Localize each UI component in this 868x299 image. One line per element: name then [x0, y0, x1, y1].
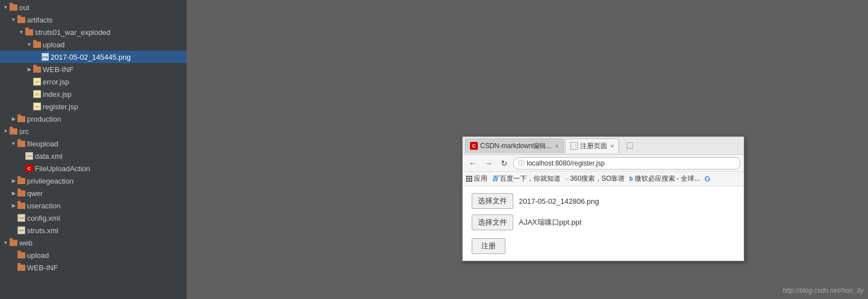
- tree-item-production[interactable]: production: [0, 113, 187, 125]
- folder-icon-struts01: [25, 28, 34, 37]
- apps-icon: [466, 176, 472, 182]
- reload-button[interactable]: ↻: [498, 157, 511, 170]
- arrow-qwer: [10, 190, 17, 197]
- label-qwer: qwer: [27, 189, 43, 198]
- tree-item-struts01[interactable]: struts01_war_exploded: [0, 26, 187, 38]
- folder-icon-privilegeaction: [17, 176, 26, 185]
- label-upload2: upload: [27, 251, 49, 260]
- browser-bookmarks: 应用 百 百度一下，你就知道 ○ 360搜索，SO靠谱 b 微软必应搜索 - 全…: [463, 172, 744, 186]
- tree-item-fileuploadaction[interactable]: C FileUploadAction: [0, 162, 187, 175]
- tree-item-useraction[interactable]: useraction: [0, 199, 187, 212]
- bookmark-baidu-label: 百度一下，你就知道: [500, 174, 560, 184]
- java-icon-fileupload: C: [25, 164, 34, 173]
- tree-item-out[interactable]: out: [0, 1, 187, 14]
- folder-icon-out: [9, 3, 18, 12]
- bookmark-360[interactable]: ○ 360搜索，SO靠谱: [565, 174, 625, 184]
- folder-icon-web: [9, 238, 18, 247]
- csdn-favicon: C: [470, 142, 478, 150]
- tree-item-struts-xml[interactable]: xml struts.xml: [0, 224, 187, 236]
- tree-item-error-jsp[interactable]: jsp error.jsp: [0, 75, 187, 88]
- xml-icon-config: xml: [17, 213, 26, 222]
- tree-item-src[interactable]: src: [0, 125, 187, 137]
- tree-item-webinf2[interactable]: WEB-INF: [0, 261, 187, 274]
- bookmark-baidu[interactable]: 百 百度一下，你就知道: [492, 174, 560, 184]
- browser-titlebar: C CSDN-markdown编辑... × 📄 注册页面 × □: [463, 137, 744, 155]
- label-useraction: useraction: [27, 202, 61, 210]
- file-tree: out artifacts struts01_war_exploded uplo…: [0, 0, 187, 299]
- tab-register-close[interactable]: ×: [611, 142, 614, 149]
- bookmark-apps[interactable]: 应用: [466, 174, 487, 184]
- folder-icon-upload: [33, 40, 42, 49]
- tab-csdn-close[interactable]: ×: [555, 142, 558, 149]
- tree-item-upload[interactable]: upload: [0, 38, 187, 51]
- label-webinf: WEB-INF: [43, 65, 74, 74]
- bookmark-google[interactable]: G: [704, 175, 710, 183]
- label-artifacts: artifacts: [27, 16, 53, 24]
- tree-item-artifacts[interactable]: artifacts: [0, 14, 187, 26]
- arrow-webinf: [26, 66, 33, 73]
- label-register-jsp: register.jsp: [43, 102, 78, 111]
- tree-item-data-xml[interactable]: xml data.xml: [0, 150, 187, 162]
- label-fileuploadaction: FileUploadAction: [35, 164, 90, 173]
- label-struts01: struts01_war_exploded: [35, 28, 110, 37]
- folder-icon-production: [17, 114, 26, 123]
- browser-navbar: ← → ↻ ⓘ localhost:8080/register.jsp: [463, 155, 744, 172]
- main-area: C CSDN-markdown编辑... × 📄 注册页面 × □ ← → ↻ …: [187, 0, 868, 299]
- arrow-struts01: [18, 29, 25, 35]
- forward-button[interactable]: →: [482, 157, 495, 170]
- tab-register[interactable]: 📄 注册页面 ×: [565, 139, 619, 153]
- label-web: web: [19, 239, 33, 247]
- folder-icon-webinf2: [17, 263, 26, 272]
- new-tab-button[interactable]: □: [622, 139, 637, 153]
- back-button[interactable]: ←: [466, 157, 480, 170]
- arrow-fileupload: [10, 140, 17, 147]
- tree-item-register-jsp[interactable]: jsp register.jsp: [0, 100, 187, 113]
- baidu-icon: 百: [492, 175, 498, 183]
- arrow-privilegeaction: [10, 177, 17, 184]
- browser-window: C CSDN-markdown编辑... × 📄 注册页面 × □ ← → ↻ …: [462, 136, 744, 261]
- arrow-out: [2, 4, 9, 11]
- choose-file-btn-1[interactable]: 选择文件: [472, 193, 513, 209]
- label-fileupload: fileupload: [27, 140, 58, 148]
- label-production: production: [27, 115, 61, 123]
- choose-file-btn-2[interactable]: 选择文件: [472, 215, 513, 230]
- tree-item-qwer[interactable]: qwer: [0, 187, 187, 199]
- arrow-src: [2, 128, 9, 135]
- tab-csdn[interactable]: C CSDN-markdown编辑... ×: [465, 139, 564, 153]
- folder-icon-upload2: [17, 251, 26, 260]
- label-index-jsp: index.jsp: [43, 90, 71, 99]
- xml-icon-data: xml: [25, 151, 34, 160]
- label-data-xml: data.xml: [35, 152, 62, 160]
- bookmark-apps-label: 应用: [474, 174, 487, 184]
- arrow-artifacts: [10, 16, 17, 23]
- folder-icon-webinf: [33, 65, 42, 74]
- tab-register-label: 注册页面: [580, 141, 607, 151]
- tab-csdn-label: CSDN-markdown编辑...: [480, 141, 551, 151]
- label-config-xml: config.xml: [27, 214, 60, 222]
- label-struts-xml: struts.xml: [27, 226, 58, 235]
- tree-item-index-jsp[interactable]: jsp index.jsp: [0, 88, 187, 100]
- tree-item-privilegeaction[interactable]: privilegeaction: [0, 175, 187, 187]
- register-favicon: 📄: [570, 142, 578, 150]
- google-icon: G: [704, 175, 710, 183]
- folder-icon-src: [9, 127, 18, 136]
- lock-icon: ⓘ: [518, 159, 525, 167]
- arrow-useraction: [10, 202, 17, 209]
- folder-icon-artifacts: [17, 15, 26, 24]
- label-error-jsp: error.jsp: [43, 78, 69, 86]
- tree-item-webinf[interactable]: WEB-INF: [0, 63, 187, 75]
- arrow-upload: [26, 41, 33, 48]
- form-row-1: 选择文件 2017-05-02_142806.png: [472, 193, 735, 209]
- 360-icon: ○: [565, 176, 568, 182]
- address-bar[interactable]: ⓘ localhost:8080/register.jsp: [513, 157, 740, 169]
- arrow-production: [10, 115, 17, 122]
- submit-button[interactable]: 注册: [472, 238, 505, 254]
- tree-item-web[interactable]: web: [0, 236, 187, 249]
- tree-item-fileupload[interactable]: fileupload: [0, 137, 187, 150]
- bookmark-microsoft[interactable]: b 微软必应搜索 - 全球...: [629, 174, 700, 184]
- watermark: http://blog.csdn.net/hon_3y: [783, 287, 864, 294]
- bookmark-360-label: 360搜索，SO靠谱: [570, 174, 625, 184]
- tree-item-png[interactable]: png 2017-05-02_145445.png: [0, 51, 187, 63]
- tree-item-upload2[interactable]: upload: [0, 249, 187, 261]
- tree-item-config-xml[interactable]: xml config.xml: [0, 212, 187, 224]
